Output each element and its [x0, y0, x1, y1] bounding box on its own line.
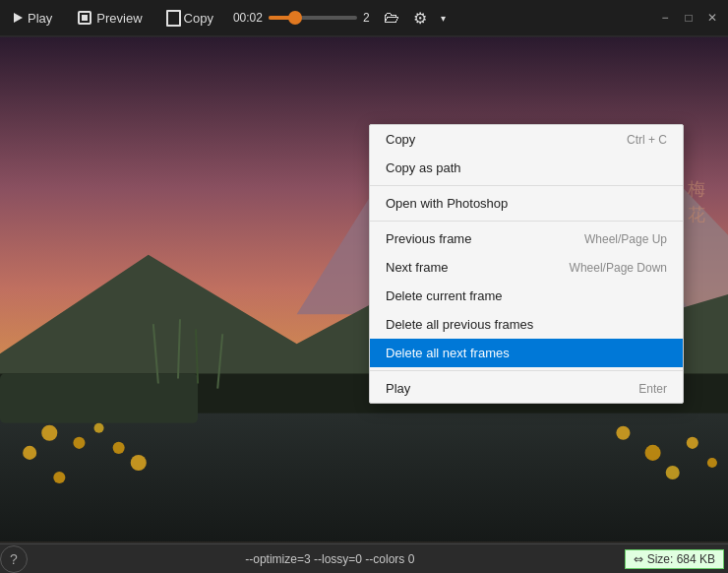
menu-item-delete-current-frame[interactable]: Delete current frame — [370, 282, 683, 310]
svg-point-18 — [131, 455, 147, 471]
svg-text:花: 花 — [688, 205, 705, 224]
menu-separator-2 — [370, 221, 683, 222]
status-bar: ? --optimize=3 --lossy=0 --colors 0 ⇔ Si… — [0, 543, 728, 573]
svg-point-19 — [53, 472, 65, 483]
copy-label: Copy — [184, 11, 213, 26]
window-controls: − □ ✕ — [657, 10, 720, 26]
gear-icon[interactable]: ⚙ — [413, 9, 427, 28]
preview-label: Preview — [96, 11, 142, 26]
svg-point-24 — [707, 458, 717, 468]
menu-item-previous-frame-shortcut: Wheel/Page Up — [584, 232, 667, 246]
app-window: Play Preview Copy 00:02 2 🗁 ⚙ ▾ — [0, 0, 728, 573]
svg-point-20 — [616, 426, 630, 440]
menu-item-open-photoshop-label: Open with Photoshop — [386, 196, 667, 211]
svg-point-14 — [73, 437, 85, 449]
size-badge: ⇔ Size: 684 KB — [625, 549, 724, 569]
size-label: Size: 684 KB — [647, 552, 715, 566]
title-bar: Play Preview Copy 00:02 2 🗁 ⚙ ▾ — [0, 0, 728, 35]
menu-item-copy-label: Copy — [386, 132, 627, 147]
menu-item-delete-all-previous-frames[interactable]: Delete all previous frames — [370, 310, 683, 339]
frame-number: 2 — [363, 11, 370, 25]
folder-icon[interactable]: 🗁 — [384, 9, 399, 27]
play-icon — [14, 13, 23, 23]
help-icon: ? — [10, 551, 18, 567]
copy-icon — [168, 12, 179, 25]
svg-point-17 — [113, 442, 125, 454]
svg-point-21 — [645, 445, 661, 461]
copy-button[interactable]: Copy — [162, 7, 219, 30]
menu-item-next-frame-label: Next frame — [386, 260, 570, 275]
preview-icon — [78, 11, 91, 25]
svg-point-13 — [41, 425, 57, 441]
help-button[interactable]: ? — [0, 545, 28, 573]
size-icon: ⇔ — [634, 552, 643, 566]
menu-item-delete-all-previous-frames-label: Delete all previous frames — [386, 317, 667, 332]
svg-point-15 — [23, 446, 36, 460]
svg-text:梅: 梅 — [687, 179, 705, 199]
menu-item-play-shortcut: Enter — [638, 382, 667, 396]
menu-item-delete-all-next-frames[interactable]: Delete all next frames — [370, 339, 683, 367]
toolbar: Play Preview Copy 00:02 2 🗁 ⚙ ▾ — [8, 7, 645, 30]
menu-item-copy-shortcut: Ctrl + C — [627, 133, 667, 147]
context-menu: Copy Ctrl + C Copy as path Open with Pho… — [369, 124, 684, 404]
timeline-slider-container: 00:02 2 — [233, 11, 370, 25]
menu-item-copy-as-path[interactable]: Copy as path — [370, 154, 683, 182]
maximize-button[interactable]: □ — [681, 10, 697, 26]
preview-button[interactable]: Preview — [72, 7, 148, 30]
menu-item-next-frame-shortcut: Wheel/Page Down — [570, 261, 667, 275]
svg-point-16 — [94, 423, 104, 433]
svg-point-23 — [666, 466, 680, 479]
menu-separator-3 — [370, 370, 683, 371]
slider-thumb[interactable] — [288, 11, 302, 25]
time-display: 00:02 — [233, 11, 263, 25]
image-area: 梅 花 Copy Ctrl + C Copy as path Open with… — [0, 35, 728, 543]
close-button[interactable]: ✕ — [704, 10, 720, 26]
menu-item-next-frame[interactable]: Next frame Wheel/Page Down — [370, 253, 683, 282]
minimize-button[interactable]: − — [657, 10, 673, 26]
menu-separator-1 — [370, 185, 683, 186]
play-label: Play — [28, 11, 52, 26]
chevron-down-icon[interactable]: ▾ — [441, 13, 446, 24]
menu-item-previous-frame-label: Previous frame — [386, 231, 584, 246]
menu-item-copy-as-path-label: Copy as path — [386, 160, 667, 175]
play-button[interactable]: Play — [8, 7, 58, 30]
timeline-slider[interactable] — [269, 16, 357, 20]
menu-item-copy[interactable]: Copy Ctrl + C — [370, 125, 683, 154]
optimize-text: --optimize=3 --lossy=0 --colors 0 — [35, 552, 625, 566]
menu-item-previous-frame[interactable]: Previous frame Wheel/Page Up — [370, 224, 683, 253]
menu-item-delete-all-next-frames-label: Delete all next frames — [386, 346, 667, 360]
menu-item-play[interactable]: Play Enter — [370, 374, 683, 403]
menu-item-open-photoshop[interactable]: Open with Photoshop — [370, 189, 683, 218]
menu-item-play-label: Play — [386, 381, 638, 396]
menu-item-delete-current-frame-label: Delete current frame — [386, 288, 667, 303]
svg-point-22 — [687, 437, 698, 449]
svg-rect-12 — [0, 373, 198, 422]
